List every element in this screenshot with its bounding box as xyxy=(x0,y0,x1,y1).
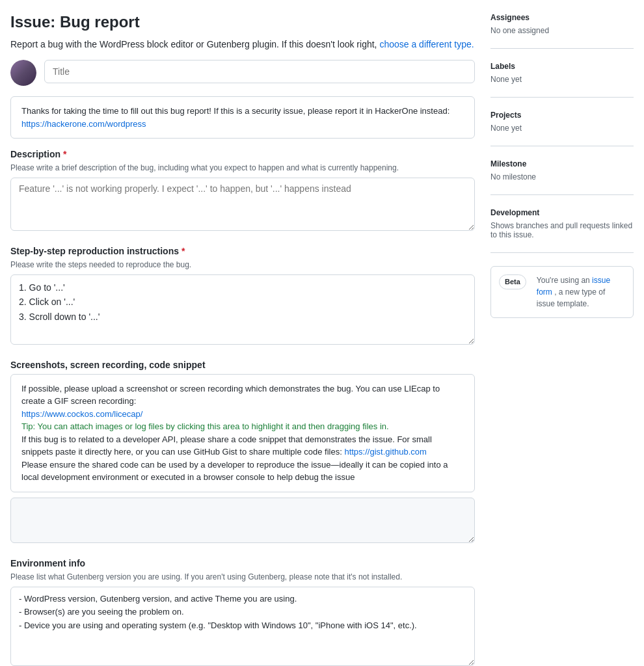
labels-value: None yet xyxy=(490,75,634,84)
tip-text: Tip: You can attach images or log files … xyxy=(21,421,389,431)
page-title: Issue: Bug report xyxy=(10,13,475,31)
reproduction-label: Step-by-step reproduction instructions * xyxy=(10,246,475,256)
description-label: Description * xyxy=(10,149,475,159)
security-info-box: Thanks for taking the time to fill out t… xyxy=(10,96,475,139)
development-title: Development xyxy=(490,208,634,217)
reproduction-required-star: * xyxy=(181,246,185,256)
gist-link[interactable]: https://gist.github.com xyxy=(344,447,426,457)
sidebar-projects: Projects None yet xyxy=(490,111,634,146)
development-value: Shows branches and pull requests linked … xyxy=(490,221,634,239)
milestone-title: Milestone xyxy=(490,159,634,168)
projects-title: Projects xyxy=(490,111,634,120)
reproduction-helper: Please write the steps needed to reprodu… xyxy=(10,260,475,269)
intro-text: Report a bug with the WordPress block ed… xyxy=(10,39,475,49)
title-input[interactable] xyxy=(44,60,475,83)
screenshots-textarea[interactable] xyxy=(10,498,475,543)
sidebar-labels: Labels None yet xyxy=(490,62,634,98)
labels-title: Labels xyxy=(490,62,634,71)
screenshots-label: Screenshots, screen recording, code snip… xyxy=(10,360,475,370)
issue-form-box: Beta You're using an issue form , a new … xyxy=(490,266,634,318)
assignees-value: No one assigned xyxy=(490,26,634,35)
environment-textarea[interactable]: - WordPress version, Gutenberg version, … xyxy=(10,587,475,666)
description-textarea[interactable] xyxy=(10,178,475,231)
reproduction-section: Step-by-step reproduction instructions *… xyxy=(10,246,475,347)
environment-label: Environment info xyxy=(10,558,475,568)
hackerone-link[interactable]: https://hackerone.com/wordpress xyxy=(21,119,146,129)
projects-value: None yet xyxy=(490,124,634,133)
choose-different-type-link[interactable]: choose a different type. xyxy=(379,39,474,49)
sidebar-assignees: Assignees No one assigned xyxy=(490,13,634,49)
assignees-title: Assignees xyxy=(490,13,634,22)
description-section: Description * Please write a brief descr… xyxy=(10,149,475,233)
licecap-link[interactable]: https://www.cockos.com/licecap/ xyxy=(21,409,142,419)
reproduction-textarea[interactable]: 1. Go to '...' 2. Click on '...' 3. Scro… xyxy=(10,274,475,345)
main-content: Issue: Bug report Report a bug with the … xyxy=(10,13,475,666)
environment-helper: Please list what Gutenberg version you a… xyxy=(10,572,475,581)
screenshots-section: Screenshots, screen recording, code snip… xyxy=(10,360,475,545)
sidebar-milestone: Milestone No milestone xyxy=(490,159,634,195)
description-required-star: * xyxy=(63,149,66,159)
user-area xyxy=(10,60,475,86)
environment-section: Environment info Please list what Gutenb… xyxy=(10,558,475,666)
beta-badge: Beta xyxy=(499,274,526,289)
sidebar-development: Development Shows branches and pull requ… xyxy=(490,208,634,253)
milestone-value: No milestone xyxy=(490,172,634,181)
avatar xyxy=(10,60,36,86)
sidebar: Assignees No one assigned Labels None ye… xyxy=(490,13,634,666)
description-helper: Please write a brief description of the … xyxy=(10,163,475,172)
screenshots-info: If possible, please upload a screenshot … xyxy=(10,374,475,492)
